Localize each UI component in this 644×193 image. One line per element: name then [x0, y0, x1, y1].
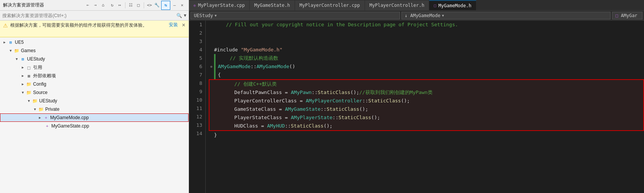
tree-label-uestudy-folder: UEStudy [39, 98, 57, 104]
code-line-12: PlayerStateClass = AMyPlayerState::Stati… [209, 113, 643, 122]
line-numbers: 1 2 3 4 5 6 7 8 9 10 11 12 13 14 [189, 21, 206, 193]
solution-tree: ▶ ⊞ UE5 ▼ 📁 Games ▼ ⊞ UEStudy ▶ □ 引用 [0, 37, 189, 193]
code-token: :: [333, 113, 339, 122]
line-num-10: 10 [190, 96, 202, 104]
line-num-7: 7 [190, 71, 202, 79]
forward-icon[interactable]: → [92, 2, 99, 9]
code-token: (); [351, 88, 359, 97]
expand-private-icon[interactable]: ▼ [32, 106, 38, 112]
refresh-icon[interactable]: ↻ [109, 2, 116, 9]
code-area: 1 2 3 4 5 6 7 8 9 10 11 12 13 14 // Fill… [189, 21, 644, 193]
tree-item-config[interactable]: ▶ 📁 Config [0, 80, 189, 88]
collapse-icon-6[interactable]: ⊖ [210, 62, 212, 71]
line-num-14: 14 [190, 129, 202, 138]
tree-item-ue5[interactable]: ▶ ⊞ UE5 [0, 38, 189, 46]
line-num-13: 13 [190, 121, 202, 129]
expand-ref-icon[interactable]: ▶ [20, 64, 26, 70]
tree-item-uestudy-folder[interactable]: ▼ 📁 UEStudy [0, 97, 189, 105]
solution-uestudy-icon: ⊞ [20, 56, 26, 62]
search-input[interactable] [2, 13, 176, 18]
tree-label-mygamemode: MyGameMode.cpp [50, 115, 89, 120]
expand-uestudy-folder-icon[interactable]: ▼ [26, 98, 32, 104]
arrow-right-icon[interactable]: ↦ [116, 2, 123, 9]
separator-icon [125, 2, 125, 8]
tree-label-config: Config [33, 81, 46, 87]
line-num-6: 6 [190, 62, 202, 71]
tab-label-myplayerstate-cpp: MyPlayerState.cpp [198, 3, 245, 8]
code-token: // 创建C++默认类 [222, 80, 277, 88]
expand-mygamemode-icon[interactable]: ▶ [37, 115, 43, 121]
paste-icon[interactable]: □ [135, 2, 142, 9]
expand-ue5-icon[interactable]: ▶ [2, 39, 8, 45]
code-token: } [214, 131, 217, 139]
green-bar-6 [214, 62, 216, 71]
code-token: #include [214, 46, 241, 54]
tree-item-source[interactable]: ▼ 📁 Source [0, 88, 189, 97]
tab-label-myplayercontroller-cpp: MyPlayerController.cpp [300, 3, 360, 8]
tree-label-games: Games [21, 48, 36, 53]
tree-item-dep[interactable]: ▶ ■ 外部依赖项 [0, 72, 189, 80]
copy-icon[interactable]: ☷ [127, 2, 134, 9]
panel-title: 解决方案资源管理器 [3, 2, 44, 8]
expand-uestudy-icon[interactable]: ▼ [14, 56, 20, 62]
dropdown-arrow-icon[interactable]: ▼ [184, 13, 186, 18]
code-icon[interactable]: <> [146, 2, 153, 9]
code-editor-panel: ⊕ MyPlayerState.cpp MyGameState.h MyPlay… [189, 0, 644, 193]
code-token: StaticClass [327, 105, 359, 113]
home-icon[interactable]: ⌂ [100, 2, 106, 9]
code-line-6: ⊖ AMyGameMode::AMyGameMode() [209, 62, 644, 71]
panel-header-icons: ← → ⌂ ↻ ↦ ☷ □ <> 🔧 ↹ — ✕ [84, 1, 186, 10]
code-token: () [289, 62, 295, 71]
tab-mygamemode-h[interactable]: □ MyGameMode.h [429, 0, 476, 10]
close-icon[interactable]: ✕ [179, 2, 186, 9]
gutter-6: ⊖ [209, 62, 214, 71]
code-token: :: [285, 122, 291, 130]
code-token: StaticClass [338, 113, 371, 122]
method-dropdown[interactable]: ↓ AMyGameMode ▼ [401, 12, 611, 19]
minimize-icon[interactable]: — [171, 2, 178, 9]
tree-item-uestudy[interactable]: ▼ ⊞ UEStudy [0, 55, 189, 63]
extra-dropdown[interactable]: □ AMyGar [612, 12, 642, 19]
expand-config-icon[interactable]: ▶ [20, 81, 26, 87]
tree-label-ue5: UE5 [15, 40, 24, 45]
warning-text: 根据解决方案，可能需要安装额外的组件才能获得完整的开发体验。 [10, 22, 167, 29]
tree-item-ref[interactable]: ▶ □ 引用 [0, 63, 189, 72]
code-token: // 实现默认构造函数 [218, 54, 278, 62]
line-num-8: 8 [190, 79, 202, 88]
expand-games-icon[interactable]: ▼ [8, 48, 14, 54]
code-line-13: HUDClass = AMyHUD::StaticClass(); [209, 122, 643, 130]
tree-item-mygamestate[interactable]: + MyGameState.cpp [0, 122, 189, 130]
code-token: AMyGameState [285, 105, 320, 113]
wrench-icon[interactable]: 🔧 [154, 2, 160, 9]
panel-header: 解决方案资源管理器 ← → ⌂ ↻ ↦ ☷ □ <> 🔧 ↹ — ✕ [0, 0, 189, 11]
tree-item-mygamemode[interactable]: ▶ + MyGameMode.cpp [0, 113, 189, 122]
tab-myplayercontroller-cpp[interactable]: MyPlayerController.cpp [295, 0, 365, 10]
code-token: GameStateClass = [222, 105, 285, 113]
code-token: // Fill out your copyright notice in the… [214, 21, 458, 29]
tree-item-private[interactable]: ▼ 📁 Private [0, 105, 189, 113]
folder-private-icon: 📁 [38, 106, 44, 112]
tab-myplayerstate-cpp[interactable]: ⊕ MyPlayerState.cpp [189, 0, 250, 10]
folder-games-icon: 📁 [14, 48, 20, 54]
namespace-label: UEStudy [194, 13, 213, 18]
tab-mygamestate-h[interactable]: MyGameState.h [250, 0, 295, 10]
code-content[interactable]: // Fill out your copyright notice in the… [206, 21, 644, 193]
tree-label-private: Private [45, 107, 59, 112]
search-icon[interactable]: 🔍 [176, 13, 182, 18]
line-num-11: 11 [190, 104, 202, 113]
tree-item-games[interactable]: ▼ 📁 Games [0, 46, 189, 55]
install-link[interactable]: 安装 [169, 22, 178, 28]
close-warning-icon[interactable]: ✕ [182, 22, 186, 28]
code-token: PlayerControllerClass = [222, 97, 306, 105]
expand-source-icon[interactable]: ▼ [20, 89, 26, 96]
line-num-12: 12 [190, 113, 202, 121]
code-line-7: { [209, 71, 644, 79]
method-label: ↓ AMyGameMode [405, 13, 441, 18]
expand-dep-icon[interactable]: ▶ [20, 73, 26, 79]
back-icon[interactable]: ← [84, 2, 91, 9]
tab-myplayercontroller-h[interactable]: MyPlayerController.h [365, 0, 430, 10]
code-token: { [218, 71, 221, 79]
namespace-dropdown[interactable]: UEStudy ▼ [190, 12, 400, 19]
code-token: DefaultPawnClass = [222, 88, 291, 97]
pin-button[interactable]: ↹ [161, 1, 170, 10]
